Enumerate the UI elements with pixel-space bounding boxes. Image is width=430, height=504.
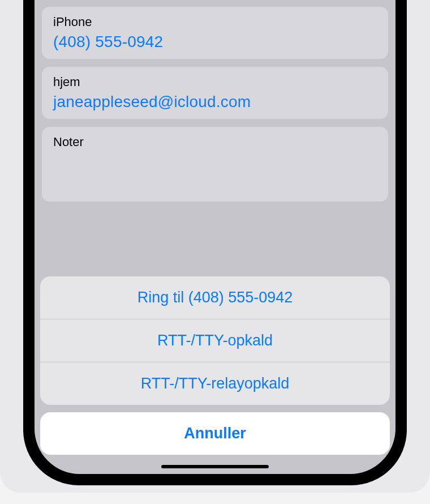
phone-card[interactable]: iPhone (408) 555-0942	[42, 7, 388, 59]
screen: iPhone (408) 555-0942 hjem janeappleseed…	[35, 0, 395, 474]
action-rtt-tty-relay-call[interactable]: RTT-/TTY-relayopkald	[40, 362, 390, 405]
action-call-number[interactable]: Ring til (408) 555-0942	[40, 276, 390, 319]
notes-card[interactable]: Noter	[42, 127, 388, 202]
phone-label: iPhone	[53, 15, 377, 29]
contact-content: iPhone (408) 555-0942 hjem janeappleseed…	[35, 0, 395, 202]
phone-value[interactable]: (408) 555-0942	[53, 33, 377, 51]
action-sheet: Ring til (408) 555-0942 RTT-/TTY-opkald …	[35, 276, 395, 474]
notes-label: Noter	[53, 135, 377, 150]
email-card[interactable]: hjem janeappleseed@icloud.com	[42, 67, 388, 119]
action-sheet-options: Ring til (408) 555-0942 RTT-/TTY-opkald …	[40, 276, 390, 405]
email-value[interactable]: janeappleseed@icloud.com	[53, 93, 377, 111]
home-indicator[interactable]	[161, 465, 269, 468]
cancel-button[interactable]: Annuller	[40, 412, 390, 455]
device-frame: iPhone (408) 555-0942 hjem janeappleseed…	[23, 0, 407, 485]
email-label: hjem	[53, 75, 377, 89]
page-background: iPhone (408) 555-0942 hjem janeappleseed…	[0, 0, 430, 493]
action-rtt-tty-call[interactable]: RTT-/TTY-opkald	[40, 319, 390, 362]
